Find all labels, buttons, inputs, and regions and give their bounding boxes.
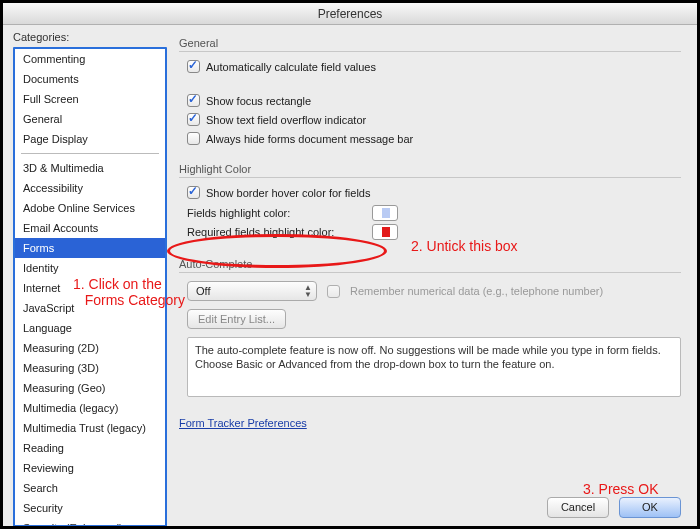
preferences-window: Preferences Categories: CommentingDocume… [0, 0, 700, 529]
sidebar-item[interactable]: Reading [15, 438, 165, 458]
sidebar-item[interactable]: JavaScript [15, 298, 165, 318]
sidebar-item[interactable]: Forms [15, 238, 165, 258]
sidebar-item[interactable]: Accessibility [15, 178, 165, 198]
section-general-heading: General [179, 37, 681, 49]
updown-icon: ▲▼ [304, 284, 312, 298]
overflow-indicator-checkbox[interactable] [187, 113, 200, 126]
autocomplete-description: The auto-complete feature is now off. No… [187, 337, 681, 397]
remember-numerical-label: Remember numerical data (e.g., telephone… [350, 285, 603, 297]
focus-rectangle-label: Show focus rectangle [206, 95, 311, 107]
overflow-indicator-label: Show text field overflow indicator [206, 114, 366, 126]
sidebar-item[interactable]: Language [15, 318, 165, 338]
sidebar-item[interactable]: Documents [15, 69, 165, 89]
sidebar-item[interactable]: Full Screen [15, 89, 165, 109]
sidebar-item[interactable]: Multimedia (legacy) [15, 398, 165, 418]
border-hover-label: Show border hover color for fields [206, 187, 370, 199]
focus-rectangle-checkbox[interactable] [187, 94, 200, 107]
sidebar-item[interactable]: Multimedia Trust (legacy) [15, 418, 165, 438]
cancel-button[interactable]: Cancel [547, 497, 609, 518]
sidebar-item[interactable]: Identity [15, 258, 165, 278]
sidebar-item[interactable]: Security (Enhanced) [15, 518, 165, 527]
sidebar-item[interactable]: Page Display [15, 129, 165, 149]
sidebar-item[interactable]: Email Accounts [15, 218, 165, 238]
sidebar-item[interactable]: Search [15, 478, 165, 498]
edit-entry-list-button: Edit Entry List... [187, 309, 286, 329]
autocomplete-select-value: Off [196, 285, 210, 297]
form-tracker-link[interactable]: Form Tracker Preferences [179, 417, 307, 429]
hide-message-bar-checkbox[interactable] [187, 132, 200, 145]
sidebar-item[interactable]: Measuring (3D) [15, 358, 165, 378]
divider [179, 51, 681, 52]
fields-highlight-label: Fields highlight color: [187, 207, 362, 219]
auto-calculate-checkbox[interactable] [187, 60, 200, 73]
window-title: Preferences [3, 3, 697, 25]
sidebar-item[interactable]: General [15, 109, 165, 129]
fields-highlight-color[interactable] [372, 205, 398, 221]
settings-panel: General Automatically calculate field va… [173, 25, 697, 526]
required-highlight-label: Required fields highlight color: [187, 226, 362, 238]
sidebar-item[interactable]: Measuring (2D) [15, 338, 165, 358]
sidebar-item[interactable]: Measuring (Geo) [15, 378, 165, 398]
categories-label: Categories: [13, 31, 167, 43]
divider [179, 272, 681, 273]
ok-button[interactable]: OK [619, 497, 681, 518]
sidebar-item[interactable]: Security [15, 498, 165, 518]
sidebar-item[interactable]: 3D & Multimedia [15, 158, 165, 178]
section-highlight-heading: Highlight Color [179, 163, 681, 175]
divider [179, 177, 681, 178]
sidebar-item[interactable]: Reviewing [15, 458, 165, 478]
required-highlight-color[interactable] [372, 224, 398, 240]
sidebar-separator [21, 153, 159, 154]
border-hover-checkbox[interactable] [187, 186, 200, 199]
remember-numerical-checkbox [327, 285, 340, 298]
section-autocomplete-heading: Auto-Complete [179, 258, 681, 270]
auto-calculate-label: Automatically calculate field values [206, 61, 376, 73]
hide-message-bar-label: Always hide forms document message bar [206, 133, 413, 145]
sidebar-item[interactable]: Commenting [15, 49, 165, 69]
sidebar-item[interactable]: Adobe Online Services [15, 198, 165, 218]
swatch-inner [382, 208, 390, 218]
sidebar-item[interactable]: Internet [15, 278, 165, 298]
categories-panel: Categories: CommentingDocumentsFull Scre… [3, 25, 173, 526]
content-area: Categories: CommentingDocumentsFull Scre… [3, 25, 697, 526]
categories-list[interactable]: CommentingDocumentsFull ScreenGeneralPag… [13, 47, 167, 527]
autocomplete-select[interactable]: Off ▲▼ [187, 281, 317, 301]
swatch-inner [382, 227, 390, 237]
